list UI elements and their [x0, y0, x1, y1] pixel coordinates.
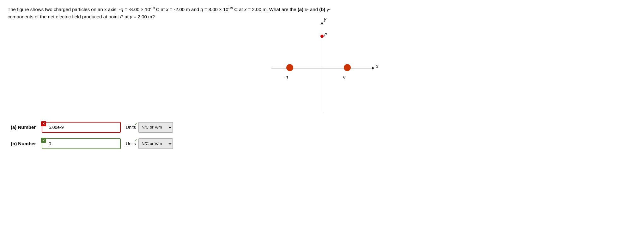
x-axis-label: x	[376, 64, 378, 69]
x-axis-arrow	[372, 66, 374, 70]
answer-a-label: (a) Number	[11, 124, 39, 130]
neg-charge: -q	[286, 64, 293, 72]
pos-charge-dot	[344, 64, 351, 71]
answer-b-input[interactable]	[42, 138, 121, 149]
pos-charge-label: q	[343, 74, 345, 79]
problem-text: The figure shows two charged particles o…	[8, 6, 355, 21]
answer-b-input-wrapper: ✓	[42, 138, 121, 149]
problem-line2: components of the net electric field pro…	[8, 14, 155, 19]
answer-b-status-icon: ✓	[41, 138, 46, 143]
answer-row-a: (a) Number ✕ Units ✓ N/C or V/m mN/C μN/…	[11, 122, 636, 133]
answer-a-input-wrapper: ✕	[42, 122, 121, 133]
answer-b-units-check: ✓	[135, 139, 137, 142]
neg-charge-label: -q	[284, 74, 288, 79]
answer-a-units-select[interactable]: N/C or V/m mN/C μN/C kN/C	[138, 122, 173, 133]
point-P: P	[320, 33, 324, 39]
answer-a-status-icon: ✕	[41, 121, 46, 126]
point-P-label: P	[324, 32, 327, 37]
figure-area: x y P -q q	[8, 24, 636, 112]
point-P-dot	[320, 35, 324, 38]
y-axis-label: y	[324, 17, 326, 22]
answer-b-units-label: Units ✓	[123, 141, 136, 146]
y-axis-arrow	[320, 22, 324, 24]
answer-row-b: (b) Number ✓ Units ✓ N/C or V/m mN/C μN/…	[11, 138, 636, 149]
answer-b-label: (b) Number	[11, 141, 39, 146]
neg-charge-dot	[286, 64, 293, 71]
answers-section: (a) Number ✕ Units ✓ N/C or V/m mN/C μN/…	[8, 122, 636, 149]
answer-a-input[interactable]	[42, 122, 121, 133]
problem-line1: The figure shows two charged particles o…	[8, 7, 331, 12]
pos-charge: q	[344, 64, 351, 72]
answer-b-units-select[interactable]: N/C or V/m mN/C μN/C kN/C	[138, 138, 173, 149]
axes-container: x y P -q q	[271, 24, 373, 112]
answer-a-units-check: ✓	[135, 122, 137, 126]
answer-a-units-label: Units ✓	[123, 125, 136, 130]
